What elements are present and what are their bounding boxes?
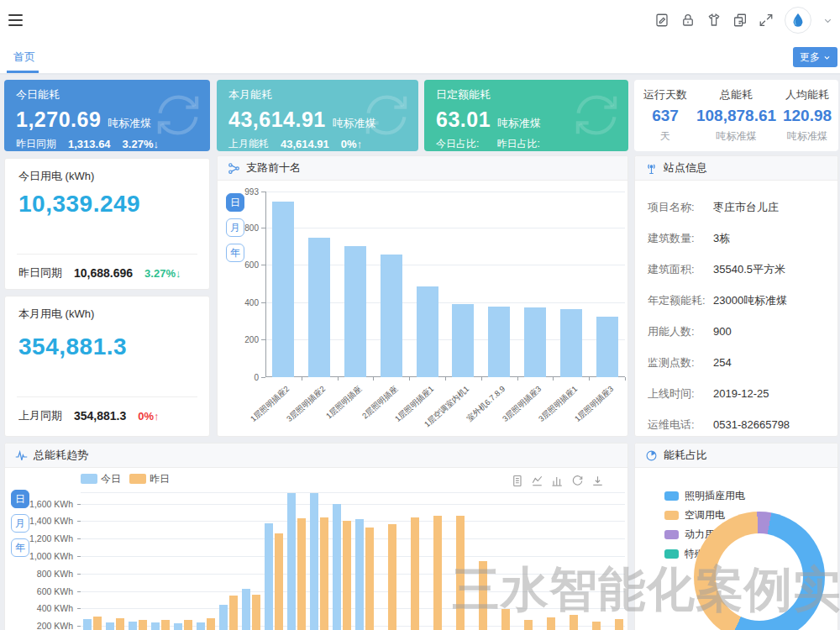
tab-home[interactable]: 首页 bbox=[7, 40, 42, 73]
trend-time-year-button[interactable]: 年 bbox=[11, 538, 29, 557]
branch-bar[interactable] bbox=[596, 317, 618, 377]
trend-bar-yesterday[interactable] bbox=[365, 528, 374, 630]
line-chart-icon[interactable] bbox=[531, 475, 543, 487]
trend-bar-yesterday[interactable] bbox=[433, 516, 442, 630]
branch-bar[interactable] bbox=[488, 307, 510, 377]
kpi-sub-pair: 今日占比: 2,016.54% bbox=[436, 137, 497, 151]
trend-bar-yesterday[interactable] bbox=[388, 524, 396, 630]
kpi-sub-value: 1,313.64 bbox=[68, 138, 111, 150]
trend-bar-chart: 200 KWh400 KWh600 KWh800 KWh1,000 KWh1,2… bbox=[81, 492, 625, 630]
y-axis-tick bbox=[261, 377, 265, 378]
branch-bar[interactable] bbox=[452, 304, 474, 377]
x-axis-tick bbox=[517, 377, 518, 381]
branch-bar[interactable] bbox=[308, 238, 330, 377]
trend-bar-today[interactable] bbox=[174, 623, 182, 630]
bar-chart-icon[interactable] bbox=[551, 475, 564, 487]
y-axis-tick-label: 400 KWh bbox=[37, 603, 73, 613]
trend-bar-yesterday[interactable] bbox=[252, 595, 260, 630]
trend-bar-today[interactable] bbox=[265, 523, 273, 630]
clipboard-edit-icon[interactable] bbox=[654, 13, 669, 28]
branch-bar[interactable] bbox=[560, 309, 582, 377]
branch-bar[interactable] bbox=[417, 286, 438, 377]
lock-icon[interactable] bbox=[680, 13, 696, 28]
x-axis-tick bbox=[445, 377, 446, 381]
trend-bar-today[interactable] bbox=[83, 619, 92, 630]
month-electricity-panel: 本月用电 (kWh) 354,881.3 上月同期 354,881.3 0%↑ bbox=[4, 296, 210, 437]
restore-icon[interactable] bbox=[571, 475, 584, 487]
x-axis-tick bbox=[409, 377, 410, 381]
trend-bar-today[interactable] bbox=[287, 493, 296, 630]
y-axis-tick-label: 993 bbox=[244, 187, 259, 197]
branch-time-year-button[interactable]: 年 bbox=[226, 244, 244, 262]
site-row: 用能人数:900 bbox=[648, 316, 837, 347]
trend-bar-today[interactable] bbox=[355, 519, 364, 630]
trend-bar-yesterday[interactable] bbox=[479, 561, 487, 630]
trend-bar-yesterday[interactable] bbox=[592, 622, 601, 630]
trend-bar-yesterday[interactable] bbox=[615, 619, 623, 630]
menu-icon[interactable] bbox=[8, 14, 23, 26]
water-drop-logo-icon bbox=[790, 12, 806, 29]
documents-icon[interactable] bbox=[732, 13, 748, 28]
trend-bar-yesterday[interactable] bbox=[297, 518, 306, 630]
usage-sub-value: 354,881.3 bbox=[74, 409, 126, 423]
user-avatar[interactable] bbox=[785, 7, 811, 34]
gridline bbox=[81, 538, 625, 539]
legend-item-lighting[interactable]: 照明插座用电 bbox=[664, 486, 745, 506]
trend-bar-yesterday[interactable] bbox=[524, 620, 533, 630]
trend-bar-yesterday[interactable] bbox=[456, 516, 465, 630]
branch-bar[interactable] bbox=[272, 202, 294, 377]
trend-bar-today[interactable] bbox=[106, 622, 114, 630]
trend-bar-yesterday[interactable] bbox=[116, 618, 124, 630]
theme-shirt-icon[interactable] bbox=[706, 13, 722, 28]
kpi-sub-label: 上月能耗 bbox=[228, 137, 269, 151]
x-axis-tick bbox=[553, 377, 554, 381]
trend-bar-yesterday[interactable] bbox=[547, 617, 555, 630]
trend-bar-yesterday[interactable] bbox=[184, 620, 192, 630]
trend-bar-yesterday[interactable] bbox=[343, 521, 351, 630]
trend-bar-yesterday[interactable] bbox=[161, 620, 170, 630]
legend-item-today[interactable]: 今日 bbox=[81, 472, 121, 486]
trend-bar-today[interactable] bbox=[219, 605, 228, 630]
tab-bar: 首页 更多 bbox=[0, 40, 840, 75]
trend-bar-yesterday[interactable] bbox=[320, 517, 328, 630]
y-axis-tick bbox=[77, 556, 81, 557]
data-view-icon[interactable] bbox=[511, 475, 523, 487]
kpi-value: 63.01 bbox=[436, 108, 491, 132]
pulse-line-icon bbox=[15, 449, 28, 462]
branch-time-day-button[interactable]: 日 bbox=[226, 193, 244, 212]
chevron-down-icon[interactable] bbox=[822, 15, 833, 26]
trend-bar-today[interactable] bbox=[333, 504, 341, 630]
more-button[interactable]: 更多 bbox=[793, 47, 837, 67]
branch-bar[interactable] bbox=[381, 255, 402, 377]
trend-bar-yesterday[interactable] bbox=[207, 618, 215, 630]
trend-time-day-button[interactable]: 日 bbox=[11, 490, 29, 508]
y-axis-line bbox=[265, 192, 266, 377]
site-row: 项目名称:枣庄市台儿庄 bbox=[648, 192, 837, 223]
x-axis-tick bbox=[481, 377, 482, 381]
trend-bar-today[interactable] bbox=[242, 589, 250, 630]
share-nodes-icon bbox=[228, 162, 240, 175]
fullscreen-icon[interactable] bbox=[759, 13, 774, 28]
usage-value: 354,881.3 bbox=[18, 333, 127, 360]
trend-bar-yesterday[interactable] bbox=[501, 609, 510, 630]
trend-bar-today[interactable] bbox=[310, 493, 318, 630]
trend-bar-yesterday[interactable] bbox=[275, 533, 283, 630]
trend-bar-yesterday[interactable] bbox=[93, 617, 102, 630]
y-axis-tick-label: 1,600 KWh bbox=[29, 499, 73, 509]
trend-bar-yesterday[interactable] bbox=[229, 596, 238, 630]
trend-bar-today[interactable] bbox=[129, 622, 137, 630]
x-axis-tick bbox=[589, 377, 590, 381]
trend-bar-yesterday[interactable] bbox=[570, 615, 578, 630]
branch-bar[interactable] bbox=[344, 246, 366, 377]
legend-item-yesterday[interactable]: 昨日 bbox=[129, 472, 170, 486]
branch-time-month-button[interactable]: 月 bbox=[226, 218, 244, 237]
branch-bar[interactable] bbox=[524, 307, 546, 377]
y-axis-tick-label: 1,000 KWh bbox=[29, 551, 73, 561]
kpi-unit: 吨标准煤 bbox=[108, 116, 151, 131]
trend-bar-yesterday[interactable] bbox=[139, 620, 147, 630]
download-icon[interactable] bbox=[591, 475, 604, 487]
trend-bar-today[interactable] bbox=[197, 622, 205, 630]
trend-time-month-button[interactable]: 月 bbox=[11, 514, 29, 533]
trend-bar-today[interactable] bbox=[151, 622, 160, 630]
trend-bar-yesterday[interactable] bbox=[411, 517, 419, 630]
